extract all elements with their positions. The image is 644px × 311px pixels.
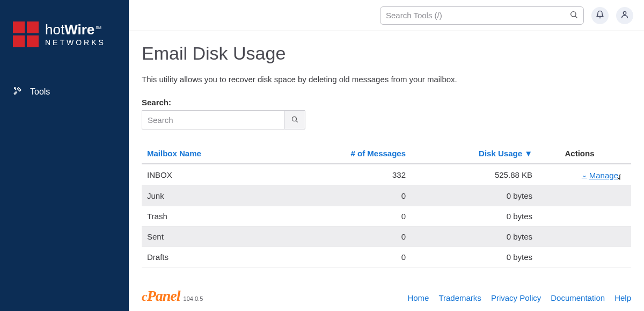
footer-link-home[interactable]: Home [407, 293, 429, 302]
mailbox-search-input[interactable] [142, 110, 284, 129]
cell-actions: ⌄Manage [537, 164, 631, 185]
cell-message-count: 0 [303, 247, 410, 267]
cell-actions [537, 185, 631, 206]
mailbox-search-button[interactable] [284, 110, 305, 129]
chevron-down-icon: ⌄ [582, 171, 587, 179]
sidebar-item-label: Tools [30, 87, 50, 97]
cpanel-logo: cPanel [142, 287, 180, 305]
column-header-disk[interactable]: Disk Usage ▼ [410, 143, 537, 164]
column-header-messages[interactable]: # of Messages [303, 143, 410, 164]
table-row: Drafts00 bytes [142, 247, 631, 267]
svg-line-2 [575, 16, 577, 18]
logo-title: hotWireSM [45, 23, 106, 37]
cell-disk-usage: 0 bytes [410, 185, 537, 206]
bell-icon [596, 10, 604, 21]
cell-disk-usage: 0 bytes [410, 247, 537, 267]
account-button[interactable] [616, 7, 633, 24]
column-header-name[interactable]: Mailbox Name [142, 143, 303, 164]
footer-link-trademarks[interactable]: Trademarks [438, 293, 481, 302]
cell-actions [537, 206, 631, 226]
global-search-input[interactable] [386, 11, 569, 20]
cell-mailbox-name: INBOX [142, 164, 303, 185]
logo-mark [13, 21, 39, 47]
table-row: Junk00 bytes [142, 185, 631, 206]
footer-link-help[interactable]: Help [614, 293, 631, 302]
cell-disk-usage: 0 bytes [410, 226, 537, 247]
global-search[interactable] [380, 6, 584, 25]
cell-disk-usage: 0 bytes [410, 206, 537, 226]
table-row: Trash00 bytes [142, 206, 631, 226]
column-header-actions: Actions [537, 143, 631, 164]
cell-message-count: 332 [303, 164, 410, 185]
user-icon [620, 10, 629, 21]
footer-link-docs[interactable]: Documentation [551, 293, 605, 302]
search-icon [291, 115, 298, 125]
cell-mailbox-name: Junk [142, 185, 303, 206]
cell-mailbox-name: Sent [142, 226, 303, 247]
table-row: Sent00 bytes [142, 226, 631, 247]
svg-point-3 [623, 11, 626, 14]
table-row: INBOX332525.88 KB⌄Manage [142, 164, 631, 185]
search-label: Search: [142, 98, 631, 107]
brand-logo: hotWireSM NETWORKS [0, 16, 129, 63]
page-description: This utility allows you to recover disk … [142, 75, 631, 84]
cell-mailbox-name: Trash [142, 206, 303, 226]
svg-line-5 [296, 120, 298, 122]
cpanel-version: 104.0.5 [184, 295, 203, 302]
search-icon [569, 10, 578, 21]
notifications-button[interactable] [591, 7, 609, 24]
cell-actions [537, 247, 631, 267]
logo-subtitle: NETWORKS [45, 39, 106, 46]
cell-message-count: 0 [303, 206, 410, 226]
svg-point-0 [14, 88, 16, 89]
sidebar: hotWireSM NETWORKS Tools [0, 0, 129, 311]
cell-disk-usage: 525.88 KB [410, 164, 537, 185]
page-title: Email Disk Usage [142, 43, 631, 64]
topbar [129, 0, 644, 31]
cell-message-count: 0 [303, 185, 410, 206]
cell-mailbox-name: Drafts [142, 247, 303, 267]
mailbox-table: Mailbox Name # of Messages Disk Usage ▼ … [142, 143, 631, 267]
sidebar-item-tools[interactable]: Tools [0, 79, 129, 104]
tools-icon [13, 86, 23, 98]
footer: cPanel 104.0.5 Home Trademarks Privacy P… [129, 287, 644, 311]
manage-link[interactable]: ⌄Manage [582, 171, 618, 180]
cell-message-count: 0 [303, 226, 410, 247]
footer-link-privacy[interactable]: Privacy Policy [491, 293, 541, 302]
cell-actions [537, 226, 631, 247]
